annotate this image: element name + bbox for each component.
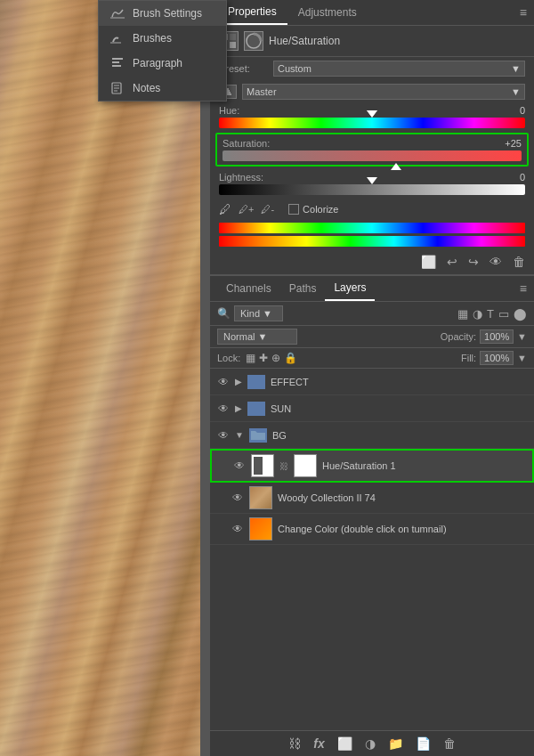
change-color-layer-thumb: [249, 517, 272, 541]
master-dropdown[interactable]: Master ▼: [242, 84, 525, 100]
tab-paths[interactable]: Paths: [280, 277, 326, 300]
menu-item-paragraph[interactable]: Paragraph: [99, 51, 226, 76]
layer-name-woody: Woody Collection II 74: [278, 492, 527, 503]
new-group-icon[interactable]: 📁: [388, 736, 403, 751]
layers-panel: Channels Paths Layers ≡ 🔍 Kind ▼ ▦ ◑ T ▭…: [210, 276, 534, 756]
properties-menu-button[interactable]: ≡: [520, 5, 527, 20]
menu-item-notes[interactable]: Notes: [99, 76, 226, 101]
redo-icon[interactable]: ↪: [468, 255, 479, 269]
lock-position-icon[interactable]: ✚: [259, 352, 268, 364]
svg-rect-12: [230, 42, 236, 48]
blend-mode-row: Normal ▼ Opacity: 100% ▼: [210, 326, 534, 348]
layer-row-effect[interactable]: 👁 ▶ EFFECT: [210, 369, 534, 395]
hue-sat-circle-icon: [244, 31, 263, 51]
tab-adjustments[interactable]: Adjustments: [287, 1, 368, 24]
pixel-filter-icon[interactable]: ▦: [457, 307, 468, 321]
lock-icons: ▦ ✚ ⊕ 🔒: [246, 352, 297, 364]
expand-bg[interactable]: ▼: [235, 430, 244, 440]
visibility-eye-bg[interactable]: 👁: [217, 429, 230, 442]
blend-mode-dropdown[interactable]: Normal ▼: [217, 329, 297, 345]
properties-tabs: Properties Adjustments ≡: [210, 0, 534, 26]
fill-input[interactable]: 100%: [480, 351, 514, 365]
tab-channels[interactable]: Channels: [217, 277, 280, 300]
visibility-eye-effect[interactable]: 👁: [217, 376, 230, 388]
search-icon: 🔍: [217, 307, 231, 320]
opacity-row: Opacity: 100% ▼: [441, 329, 527, 344]
context-menu: Brush Settings Brushes Paragraph: [98, 0, 227, 102]
master-row: Master ▼: [210, 80, 534, 103]
opacity-input[interactable]: 100%: [480, 329, 514, 344]
layer-row-sun[interactable]: 👁 ▶ SUN: [210, 395, 534, 422]
text-filter-icon[interactable]: T: [487, 307, 494, 321]
shape-filter-icon[interactable]: ▭: [498, 307, 509, 321]
svg-rect-3: [112, 61, 119, 63]
layer-row-change-color[interactable]: 👁 Change Color (double click on tumnail): [210, 514, 534, 545]
layer-row-woody[interactable]: 👁 Woody Collection II 74: [210, 483, 534, 514]
svg-rect-10: [230, 34, 236, 40]
new-adjustment-icon[interactable]: ◑: [365, 736, 376, 751]
visibility-eye-sun[interactable]: 👁: [217, 402, 230, 415]
saturation-label-row: Saturation: +25: [222, 138, 522, 149]
delete-layer-icon[interactable]: 🗑: [443, 736, 456, 751]
saturation-label: Saturation:: [222, 138, 270, 149]
lightness-slider-thumb[interactable]: [367, 177, 377, 184]
visibility-eye-change-color[interactable]: 👁: [231, 523, 244, 535]
layers-menu-button[interactable]: ≡: [520, 281, 527, 296]
add-mask-icon[interactable]: ⬜: [337, 736, 352, 751]
delete-adj-icon[interactable]: 🗑: [513, 255, 525, 269]
saturation-slider-track[interactable]: [222, 150, 522, 161]
saturation-slider-thumb[interactable]: [391, 163, 401, 170]
visibility-icon[interactable]: 👁: [490, 255, 502, 269]
hue-value: 0: [520, 105, 525, 116]
layers-list: 👁 ▶ EFFECT 👁 ▶ SUN 👁 ▼: [210, 369, 534, 730]
preset-chevron-icon: ▼: [511, 63, 521, 74]
brush-settings-label: Brush Settings: [133, 7, 202, 20]
eyedropper-plus-icon[interactable]: 🖊+: [239, 204, 254, 215]
colorize-checkbox-row[interactable]: Colorize: [288, 204, 338, 215]
adjustment-filter-icon[interactable]: ◑: [473, 307, 482, 321]
layer-row-bg[interactable]: 👁 ▼ BG: [210, 422, 534, 449]
woody-layer-thumb: [249, 486, 272, 509]
opacity-chevron-icon[interactable]: ▼: [517, 331, 527, 342]
eyedropper-minus-icon[interactable]: 🖊-: [261, 204, 274, 215]
kind-chevron-icon: ▼: [263, 308, 272, 319]
colorize-checkbox[interactable]: [288, 204, 299, 215]
lock-artboard-icon[interactable]: ⊕: [271, 352, 280, 364]
kind-dropdown[interactable]: Kind ▼: [234, 305, 283, 321]
right-panel: Properties Adjustments ≡: [210, 0, 534, 756]
fill-label: Fill:: [461, 353, 476, 363]
clip-icon[interactable]: ⬜: [421, 255, 436, 269]
fx-icon[interactable]: fx: [313, 736, 324, 751]
menu-item-brushes[interactable]: Brushes: [99, 26, 226, 51]
lightness-slider-container: Lightness: 0: [210, 170, 534, 199]
layer-row-huesat[interactable]: 👁 ⛓ Hue/Saturation 1: [210, 449, 534, 483]
undo-icon[interactable]: ↩: [447, 255, 457, 269]
layer-name-sun: SUN: [271, 403, 527, 414]
tab-layers[interactable]: Layers: [325, 276, 375, 301]
lightness-slider-track[interactable]: [219, 184, 525, 195]
smart-filter-icon[interactable]: ⬤: [514, 307, 527, 321]
eyedropper-icon[interactable]: 🖊: [219, 202, 231, 216]
lock-all-icon[interactable]: 🔒: [284, 352, 297, 364]
hue-sat-title: Hue/Saturation: [269, 35, 340, 47]
tab-properties[interactable]: Properties: [217, 0, 287, 25]
svg-rect-14: [254, 457, 263, 475]
visibility-eye-huesat[interactable]: 👁: [233, 459, 246, 472]
colorize-label: Colorize: [303, 204, 338, 215]
hue-slider-track[interactable]: [219, 118, 525, 128]
expand-effect[interactable]: ▶: [235, 377, 242, 386]
expand-sun[interactable]: ▶: [235, 403, 242, 413]
lock-pixels-icon[interactable]: ▦: [246, 352, 255, 364]
preset-dropdown[interactable]: Custom ▼: [273, 61, 525, 77]
fill-chevron-icon[interactable]: ▼: [517, 353, 527, 363]
layers-bottom-toolbar: ⛓ fx ⬜ ◑ 📁 📄 🗑: [210, 730, 534, 756]
link-layers-icon[interactable]: ⛓: [288, 736, 301, 751]
folder-icon-bg: [249, 428, 267, 443]
svg-rect-4: [112, 65, 121, 67]
menu-item-brush-settings[interactable]: Brush Settings: [99, 1, 226, 26]
layer-name-effect: EFFECT: [271, 377, 527, 387]
wood-grain-overlay: [0, 0, 200, 756]
hue-slider-container: Hue: 0: [210, 103, 534, 133]
visibility-eye-woody[interactable]: 👁: [231, 492, 244, 504]
new-layer-icon[interactable]: 📄: [416, 736, 431, 751]
